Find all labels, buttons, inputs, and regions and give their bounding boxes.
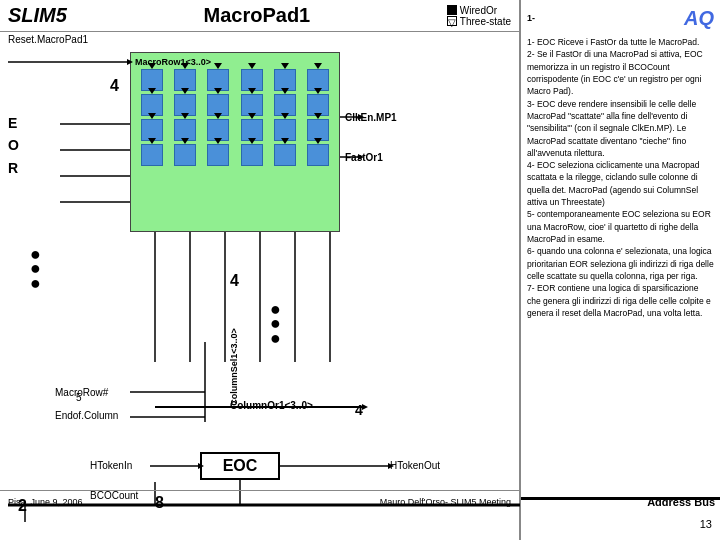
e-label: E <box>8 112 19 134</box>
left-panel: SLIM5 MacroPad1 WiredOr ▽ Three-state Re… <box>0 0 520 540</box>
grid-row-2 <box>135 94 335 116</box>
diagram-area: Reset.MacroPad1 E O R 4 MacroRow1<3..0> <box>0 32 519 512</box>
right-text-p6: 6- quando una colonna e' selezionata, un… <box>527 245 714 282</box>
legend-area: WiredOr ▽ Three-state <box>447 5 511 27</box>
legend-threeState: ▽ Three-state <box>447 16 511 27</box>
footer-bar: Pisa, June 9, 2006 Mauro Delf'Orso- SLIM… <box>0 490 519 512</box>
right-text-p3: 3- EOC deve rendere insensibili le celle… <box>527 98 714 160</box>
page-number: 13 <box>700 517 712 532</box>
eoc-block: EOC <box>200 452 280 480</box>
right-panel-title-num: 1- <box>527 12 535 25</box>
right-text-p2: 2- Se il FastOr di una MacroPad si attiv… <box>527 48 714 97</box>
r-label: R <box>8 157 19 179</box>
right-text-p4: 4- EOC seleziona ciclicamente una Macrop… <box>527 159 714 208</box>
grid-row-4 <box>135 144 335 166</box>
right-text-p1: 1- EOC Riceve i FastOr da tutte le Macro… <box>527 36 714 48</box>
endofcol-label: Endof.Column <box>55 410 118 421</box>
grid-row-1 <box>135 69 335 91</box>
grid-cell <box>207 144 229 166</box>
right-text-p7: 7- EOR contiene una logica di sparsifica… <box>527 282 714 319</box>
fastor-label: FastOr1 <box>345 152 383 163</box>
dots-middle: ●●● <box>270 302 281 345</box>
title-macropad: MacroPad1 <box>77 4 437 27</box>
grid-cell <box>241 144 263 166</box>
dots-vertical-left: ●●● <box>30 247 43 290</box>
grid-row-3 <box>135 119 335 141</box>
macropad-grid: MacroRow1<3..0> <box>130 52 340 232</box>
columnsel-label: ColumnSel1<3..0> <box>229 328 239 406</box>
right-panel-header: 1- AQ <box>527 4 714 32</box>
right-panel-text: 1- EOC Riceve i FastOr da tutte le Macro… <box>527 36 714 319</box>
clken-label: ClkEn.MP1 <box>345 112 397 123</box>
eoc-label: EOC <box>223 457 258 475</box>
wiredOr-label: WiredOr <box>460 5 497 16</box>
aq-label: AQ <box>684 4 714 32</box>
htoken-out-label: HTokenOut <box>390 460 440 471</box>
header-bar: SLIM5 MacroPad1 WiredOr ▽ Three-state <box>0 0 519 32</box>
macrorow-5: 5 <box>76 392 82 403</box>
page-container: SLIM5 MacroPad1 WiredOr ▽ Three-state Re… <box>0 0 720 540</box>
columnor-label: ColumnOr1<3..0> <box>230 400 313 411</box>
wiredOr-icon <box>447 5 457 15</box>
address-bus-line <box>521 497 720 500</box>
htoken-in-label: HTokenIn <box>90 460 132 471</box>
title-slm5: SLIM5 <box>8 4 67 27</box>
eor-labels: E O R <box>8 112 19 179</box>
grid-cell <box>174 144 196 166</box>
footer-left: Pisa, June 9, 2006 <box>8 497 83 507</box>
legend-wiredOr: WiredOr <box>447 5 511 16</box>
right-text-p5: 5- contemporaneamente EOC seleziona su E… <box>527 208 714 245</box>
num-4-top: 4 <box>230 272 239 290</box>
footer-center: Mauro Delf'Orso- SLIM5 Meeting <box>380 497 511 507</box>
right-panel: 1- AQ 1- EOC Riceve i FastOr da tutte le… <box>520 0 720 540</box>
o-label: O <box>8 134 19 156</box>
threeState-icon: ▽ <box>447 16 457 26</box>
grid-cell <box>274 144 296 166</box>
num-4-col: 4 <box>355 402 363 418</box>
grid-cell <box>141 144 163 166</box>
reset-label: Reset.MacroPad1 <box>8 34 88 45</box>
macrorow-number: 4 <box>110 77 119 95</box>
grid-cell <box>307 144 329 166</box>
threeState-label: Three-state <box>460 16 511 27</box>
macrorow-grid-label: MacroRow1<3..0> <box>135 57 335 67</box>
